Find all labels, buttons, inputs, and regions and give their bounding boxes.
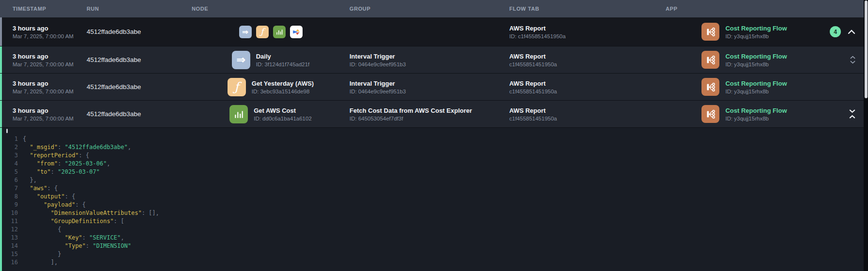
run-summary-row[interactable]: 3 hours ago Mar 7, 2025, 7:00:00 AM 4512…: [0, 17, 868, 46]
json-line-number: 7: [2, 184, 18, 193]
jump-down-chevron-icon[interactable]: [849, 109, 855, 113]
json-line-number: 15: [2, 250, 18, 258]
json-line-number: 3: [2, 151, 18, 160]
json-line: 6 },: [2, 176, 868, 184]
json-line: 1{: [2, 135, 868, 143]
scrollbar-thumb[interactable]: [865, 0, 868, 98]
json-token: ,: [121, 234, 124, 241]
column-header-app: APP: [666, 6, 823, 12]
node-id: ID: dd0c6a1ba41a6102: [254, 116, 312, 121]
node-log-row[interactable]: 3 hours ago Mar 7, 2025, 7:00:00 AM 4512…: [0, 74, 868, 101]
json-line-content: "output": {: [23, 193, 75, 201]
json-token: [23, 152, 30, 159]
app-name-link[interactable]: Cost Reporting Flow: [725, 53, 787, 60]
column-header-timestamp: TIMESTAMP: [13, 6, 87, 12]
json-line-number: 4: [2, 160, 18, 168]
json-token: :: [51, 168, 58, 175]
app-id: ID: y3qujj15rhx8b: [725, 61, 787, 67]
timestamp-absolute: Mar 7, 2025, 7:00:00 AM: [13, 61, 87, 67]
json-token: "reportPeriod": [30, 152, 78, 159]
json-token: : {: [65, 193, 76, 200]
json-line-number: 5: [2, 168, 18, 176]
json-line-number: 16: [2, 258, 18, 267]
json-line: 9 "payload": {: [2, 201, 868, 209]
json-output-panel: 1{2 "_msgid": "4512ffade6db3abe",3 "repo…: [0, 128, 868, 271]
json-line: 12 {: [2, 226, 868, 234]
node-id: ID: 3ebc93a15146de98: [252, 89, 314, 94]
column-header-run: RUN: [87, 6, 192, 12]
flow-app-icon: [701, 78, 719, 96]
timestamp-absolute: Mar 7, 2025, 7:00:00 AM: [13, 33, 87, 39]
group-id: ID: 645053054ef7df3f: [350, 116, 509, 121]
json-token: "to": [37, 168, 51, 175]
group-name: Interval Trigger: [350, 53, 509, 60]
group-name: Interval Trigger: [350, 80, 509, 87]
function-icon: ƒ: [228, 78, 246, 96]
flow-tab-id: ID: c1f455851451950a: [509, 33, 666, 39]
json-line-content: "DimensionValueAttributes": [],: [23, 209, 159, 217]
group-id: ID: 0464e9c9eef951b3: [350, 89, 509, 94]
column-header-flow-tab: FLOW TAB: [509, 6, 666, 12]
json-token: "from": [37, 160, 58, 167]
scroll-up-chevron-icon[interactable]: [850, 56, 855, 59]
inject-arrow-icon: ⇒: [232, 51, 250, 69]
json-line-number: 9: [2, 201, 18, 209]
json-token: }: [23, 251, 61, 257]
app-id: ID: y3qujj15rhx8b: [725, 116, 787, 121]
json-token: : {: [75, 201, 86, 208]
flow-tab-name: AWS Report: [509, 107, 666, 114]
json-token: "payload": [44, 201, 75, 208]
flow-tab-id: c1f455851451950a: [509, 89, 666, 94]
flow-app-icon: [701, 51, 719, 69]
app-name-link[interactable]: Cost Reporting Flow: [725, 25, 787, 32]
json-line-number: 6: [2, 176, 18, 184]
run-id: 4512ffade6db3abe: [87, 28, 192, 35]
app-id: ID: y3qujj15rhx8b: [725, 33, 787, 39]
json-token: },: [23, 177, 37, 183]
json-token: "DimensionValueAttributes": [51, 210, 142, 216]
chart-icon: [273, 26, 286, 38]
node-count-badge: 4: [830, 26, 841, 37]
scroll-down-chevron-icon[interactable]: [850, 60, 855, 64]
scrollbar-track[interactable]: [864, 0, 868, 271]
json-line-content: ],: [23, 258, 58, 267]
timestamp-relative: 3 hours ago: [13, 53, 87, 60]
timestamp-absolute: Mar 7, 2025, 7:00:00 AM: [13, 89, 87, 94]
json-line-content: {: [23, 135, 26, 143]
json-token: "output": [37, 193, 65, 200]
flow-tab-id: c1f455851451950a: [509, 61, 666, 67]
chart-icon: [229, 105, 248, 123]
json-line: 11 "GroupDefinitions": [: [2, 217, 868, 226]
node-log-row[interactable]: 3 hours ago Mar 7, 2025, 7:00:00 AM 4512…: [0, 101, 868, 128]
json-line: 4 "from": "2025-03-06",: [2, 160, 868, 168]
flow-tab-name: AWS Report: [509, 25, 666, 32]
timestamp-relative: 3 hours ago: [13, 80, 87, 87]
collapse-chevron-up-icon[interactable]: [848, 30, 855, 34]
json-token: [23, 234, 65, 241]
node-log-row[interactable]: 3 hours ago Mar 7, 2025, 7:00:00 AM 4512…: [0, 46, 868, 74]
row-accent-bar: [0, 101, 2, 127]
column-header-node: NODE: [192, 6, 350, 12]
group-id: ID: 0464e9c9eef951b3: [350, 61, 509, 67]
json-line-number: 2: [2, 143, 18, 151]
json-token: "_msgid": [30, 144, 58, 151]
json-line-content: "from": "2025-03-06",: [23, 160, 110, 168]
flow-tab-id: c1f455851451950a: [509, 116, 666, 121]
json-line: 13 "Key": "SERVICE",: [2, 234, 868, 242]
json-line-content: "reportPeriod": {: [23, 151, 89, 160]
node-name: Get AWS Cost: [254, 107, 312, 114]
json-token: [23, 185, 30, 192]
flow-app-icon: [701, 105, 719, 123]
json-token: "2025-03-07": [58, 168, 100, 175]
flow-tab-name: AWS Report: [509, 53, 666, 60]
app-name-link[interactable]: Cost Reporting Flow: [725, 107, 787, 114]
group-name: Fetch Cost Data from AWS Cost Explorer: [350, 107, 509, 114]
json-line-number: 13: [2, 234, 18, 242]
json-token: : [: [114, 218, 124, 225]
json-panel-scroll-thumb[interactable]: [6, 129, 8, 133]
app-name-link[interactable]: Cost Reporting Flow: [725, 80, 787, 87]
json-line-number: 1: [2, 135, 18, 143]
json-code: 1{2 "_msgid": "4512ffade6db3abe",3 "repo…: [2, 135, 868, 267]
json-token: [23, 193, 37, 200]
jump-up-chevron-icon[interactable]: [849, 115, 855, 119]
